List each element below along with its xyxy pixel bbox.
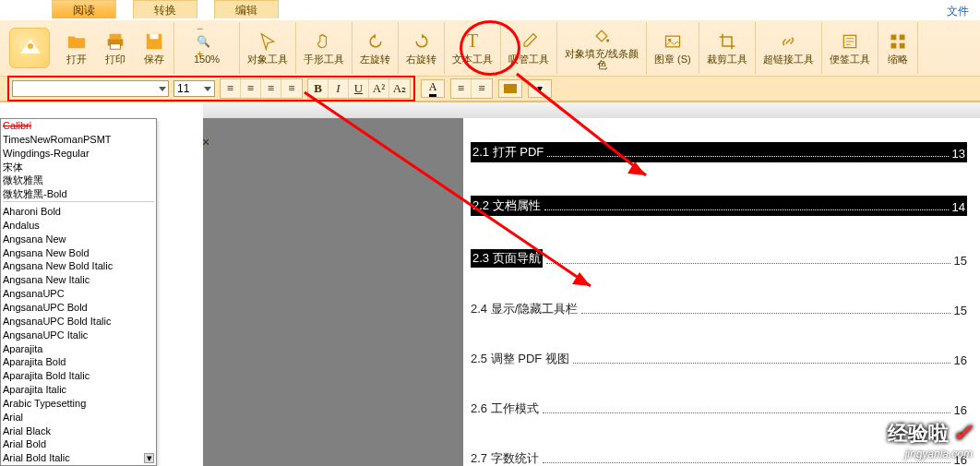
font-dropdown-list[interactable]: CalibriTimesNewRomanPSMTWingdings-Regula… [0, 118, 157, 466]
font-option[interactable]: AngsanaUPC Bold Italic [3, 315, 154, 329]
underline-button[interactable]: U [349, 79, 369, 98]
note-button[interactable]: 便签工具 [822, 22, 878, 74]
grid-icon [888, 31, 908, 52]
crop-icon [717, 31, 737, 52]
rotate-right-icon [412, 31, 432, 52]
bold-button[interactable]: B [308, 79, 329, 98]
font-option[interactable]: Aparajita Bold Italic [3, 369, 154, 383]
toc-title: 2.4 显示/隐藏工具栏 [471, 301, 578, 317]
dropdown-icon [159, 87, 166, 91]
font-option[interactable]: Angsana New Italic [3, 273, 154, 287]
highlight-button[interactable] [498, 79, 522, 98]
font-option[interactable]: Aparajita Bold [3, 355, 154, 369]
toc-entry[interactable]: 2.3 页面导航15 [471, 249, 967, 268]
font-option[interactable]: AngsanaUPC [3, 287, 154, 301]
align-right-button[interactable]: ≡ [261, 79, 281, 98]
font-option[interactable]: Arial Bold Italic [3, 451, 154, 465]
toc-title: 2.7 字数统计 [471, 450, 539, 466]
svg-rect-3 [111, 44, 121, 50]
toc-page: 16 [954, 353, 967, 367]
font-option[interactable]: Arial Bold [3, 437, 154, 451]
open-button[interactable]: 打开 [57, 22, 96, 74]
link-icon [778, 31, 798, 52]
fill-icon [592, 26, 612, 46]
rotate-right-button[interactable]: 右旋转 [399, 22, 444, 74]
hand-icon [314, 31, 334, 52]
crop-button[interactable]: 裁剪工具 [699, 22, 755, 74]
text-tool-button[interactable]: T文本工具 [445, 22, 500, 74]
font-option[interactable]: Arial [3, 411, 154, 424]
list-button[interactable]: ≡ [451, 79, 472, 98]
font-option[interactable]: Aparajita Italic [3, 383, 154, 397]
tab-read[interactable]: 阅读 [52, 0, 116, 18]
link-button[interactable]: 超链接工具 [756, 22, 821, 74]
font-option[interactable]: 微软雅黑 [3, 173, 154, 187]
cursor-icon [257, 31, 278, 52]
font-option[interactable]: Andalus [3, 219, 154, 233]
font-option[interactable]: Angsana New [3, 233, 154, 246]
svg-rect-13 [899, 43, 904, 49]
fill-button[interactable]: 对象填充/线条颜 色 [557, 22, 646, 74]
tab-convert[interactable]: 转换 [133, 0, 197, 18]
file-menu[interactable]: 文件 [947, 4, 969, 19]
scroll-down-icon[interactable]: ▾ [144, 453, 154, 463]
toc-entry[interactable]: 2.6 工作模式16 [471, 400, 967, 417]
font-option[interactable]: Calibri [3, 119, 154, 133]
eyedropper-button[interactable]: 吸管工具 [501, 22, 556, 74]
font-option[interactable]: Angsana New Bold Italic [3, 259, 154, 273]
zoom-control[interactable]: − 🔍 + 150% [174, 22, 239, 74]
toc-title: 2.1 打开 PDF [472, 144, 544, 161]
toc-entry[interactable]: 2.7 字数统计16 [471, 450, 967, 466]
font-option[interactable]: Arial Black [3, 424, 154, 438]
image-stamp-button[interactable]: 图章 (S) [647, 22, 699, 74]
align-left-button[interactable]: ≡ [221, 79, 241, 98]
font-option[interactable]: 宋体 [3, 161, 154, 174]
svg-rect-5 [149, 34, 158, 40]
font-option[interactable]: Angsana New Bold [3, 246, 154, 260]
image-icon [663, 31, 683, 52]
align-justify-button[interactable]: ≡ [281, 79, 302, 98]
rotate-left-icon [365, 31, 386, 52]
font-option[interactable]: AngsanaUPC Italic [3, 329, 154, 342]
align-center-button[interactable]: ≡ [241, 79, 261, 98]
font-option[interactable]: TimesNewRomanPSMT [3, 133, 154, 147]
font-option[interactable]: AngsanaUPC Bold [3, 301, 154, 315]
font-size-select[interactable]: 11 [173, 80, 215, 97]
font-option[interactable]: Wingdings-Regular [3, 147, 154, 161]
folder-icon [66, 31, 87, 52]
ruler [203, 102, 980, 119]
font-option[interactable]: Aharoni Bold [3, 205, 154, 219]
thumbnail-button[interactable]: 缩略 [878, 22, 917, 74]
print-button[interactable]: 打印 [96, 22, 135, 74]
toc-page: 14 [952, 200, 965, 214]
close-panel-button[interactable]: × [202, 135, 209, 149]
toc-page: 16 [954, 453, 967, 466]
toc-page: 16 [954, 403, 967, 417]
superscript-button[interactable]: A² [369, 79, 389, 98]
toc-title: 2.2 文档属性 [472, 197, 541, 214]
subscript-button[interactable]: A₂ [389, 79, 410, 98]
font-option[interactable]: Aparajita [3, 342, 154, 356]
italic-button[interactable]: I [329, 79, 349, 98]
hand-tool-button[interactable]: 手形工具 [296, 22, 352, 74]
object-tool-button[interactable]: 对象工具 [240, 22, 295, 74]
more-options-button[interactable]: ▾ [528, 79, 552, 98]
text-color-button[interactable]: A [421, 79, 445, 98]
svg-rect-12 [890, 43, 896, 49]
font-option[interactable]: 微软雅黑-Bold [3, 187, 154, 201]
zoom-icon: − 🔍 + [197, 31, 217, 52]
toc-entry[interactable]: 2.1 打开 PDF13 [471, 142, 967, 162]
save-button[interactable]: 保存 [135, 22, 173, 74]
toc-page: 15 [954, 254, 967, 268]
toc-entry[interactable]: 2.5 调整 PDF 视图16 [471, 351, 967, 367]
indent-button[interactable]: ≡ [472, 79, 492, 98]
tab-edit[interactable]: 编辑 [214, 0, 279, 18]
toc-title: 2.3 页面导航 [471, 249, 543, 268]
font-option[interactable]: Arabic Typesetting [3, 397, 154, 411]
rotate-left-button[interactable]: 左旋转 [353, 22, 398, 74]
toc-title: 2.6 工作模式 [471, 400, 539, 417]
print-icon [105, 31, 125, 52]
toc-entry[interactable]: 2.2 文档属性14 [471, 196, 967, 216]
font-family-select[interactable] [12, 80, 169, 97]
toc-entry[interactable]: 2.4 显示/隐藏工具栏15 [471, 301, 967, 317]
